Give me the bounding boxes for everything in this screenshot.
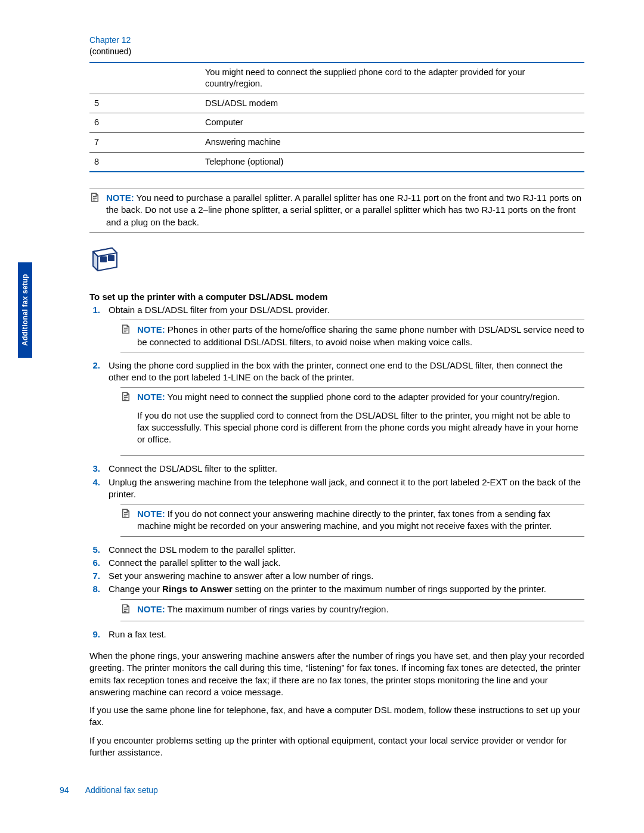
note-label: NOTE: — [137, 604, 165, 614]
svg-rect-1 — [109, 256, 114, 261]
step-text: Unplug the answering machine from the te… — [109, 476, 584, 501]
svg-rect-0 — [101, 257, 106, 262]
step-item: 1. Obtain a DSL/ADSL filter from your DS… — [89, 304, 584, 358]
table-row: 8Telephone (optional) — [89, 152, 584, 172]
step-number: 9. — [89, 628, 100, 640]
step-number: 5. — [89, 544, 100, 556]
table-cell-num: 6 — [89, 113, 200, 133]
table-cell-desc: Telephone (optional) — [200, 152, 584, 172]
step-number: 6. — [89, 557, 100, 569]
step-item: 9. Run a fax test. — [89, 628, 584, 640]
note-body: You might need to connect the supplied p… — [168, 392, 560, 402]
step-number: 3. — [89, 463, 100, 475]
note-icon — [120, 324, 131, 348]
table-cell-desc: Computer — [200, 113, 584, 133]
step-text: Obtain a DSL/ADSL filter from your DSL/A… — [109, 304, 584, 316]
step-number: 1. — [89, 304, 100, 358]
note-icon — [120, 603, 131, 617]
note-extra: If you do not use the supplied cord to c… — [137, 410, 584, 446]
note-body: If you do not connect your answering mac… — [137, 509, 552, 531]
step-number: 4. — [89, 476, 100, 543]
step-item: 5. Connect the DSL modem to the parallel… — [89, 544, 584, 556]
note-icon — [120, 508, 131, 532]
table-cell-desc: You might need to connect the supplied p… — [200, 63, 584, 94]
step-text: Connect the DSL modem to the parallel sp… — [109, 544, 584, 556]
note-label: NOTE: — [106, 193, 134, 203]
paragraph: If you use the same phone line for telep… — [89, 704, 584, 729]
note-icon — [120, 391, 131, 451]
note-label: NOTE: — [137, 324, 165, 335]
step-item: 2. Using the phone cord supplied in the … — [89, 360, 584, 462]
table-row: 7Answering machine — [89, 133, 584, 153]
step-text: Set your answering machine to answer aft… — [109, 570, 584, 582]
note-block: NOTE: You need to purchase a parallel sp… — [89, 188, 584, 233]
paragraph: If you encounter problems setting up the… — [89, 735, 584, 759]
step-text: Using the phone cord supplied in the box… — [109, 360, 584, 384]
step-text: Connect the DSL/ADSL filter to the split… — [109, 463, 584, 475]
page-number: 94 — [60, 785, 69, 795]
step-item: 6. Connect the parallel splitter to the … — [89, 557, 584, 569]
table-cell-num — [89, 63, 200, 94]
footer-title: Additional fax setup — [85, 785, 158, 795]
note-text: NOTE: You need to purchase a parallel sp… — [106, 192, 584, 228]
note-block: NOTE: You might need to connect the supp… — [120, 387, 584, 456]
step-number: 2. — [89, 360, 100, 462]
step-number: 7. — [89, 570, 100, 582]
note-label: NOTE: — [137, 509, 165, 519]
step-number: 8. — [89, 583, 100, 627]
note-block: NOTE: The maximum number of rings varies… — [120, 599, 584, 621]
step-item: 3. Connect the DSL/ADSL filter to the sp… — [89, 463, 584, 475]
step-item: 4. Unplug the answering machine from the… — [89, 476, 584, 543]
table-cell-num: 8 — [89, 152, 200, 172]
paragraph: When the phone rings, your answering mac… — [89, 650, 584, 698]
steps-list: 1. Obtain a DSL/ADSL filter from your DS… — [89, 304, 584, 640]
table-row: You might need to connect the supplied p… — [89, 63, 584, 94]
continued-label: (continued) — [89, 46, 584, 57]
table-cell-num: 5 — [89, 94, 200, 113]
note-body: Phones in other parts of the home/office… — [137, 324, 584, 346]
section-heading: To set up the printer with a computer DS… — [89, 291, 584, 303]
splitter-illustration — [89, 247, 584, 273]
table-cell-desc: DSL/ADSL modem — [200, 94, 584, 113]
note-icon — [89, 192, 100, 228]
note-block: NOTE: Phones in other parts of the home/… — [120, 320, 584, 352]
legend-table: You might need to connect the supplied p… — [89, 62, 584, 172]
table-cell-num: 7 — [89, 133, 200, 153]
table-row: 5DSL/ADSL modem — [89, 94, 584, 113]
step-text: Connect the parallel splitter to the wal… — [109, 557, 584, 569]
step-text: Run a fax test. — [109, 628, 584, 640]
step-item: 7. Set your answering machine to answer … — [89, 570, 584, 582]
step-text: Change your Rings to Answer setting on t… — [109, 583, 584, 595]
chapter-label: Chapter 12 — [89, 35, 584, 46]
note-body: You need to purchase a parallel splitter… — [106, 193, 581, 227]
note-block: NOTE: If you do not connect your answeri… — [120, 504, 584, 537]
page-footer: 94 Additional fax setup — [60, 785, 158, 796]
table-row: 6Computer — [89, 113, 584, 133]
side-tab: Additional fax setup — [18, 262, 32, 358]
table-cell-desc: Answering machine — [200, 133, 584, 153]
note-label: NOTE: — [137, 392, 165, 402]
step-item: 8. Change your Rings to Answer setting o… — [89, 583, 584, 627]
note-body: The maximum number of rings varies by co… — [168, 604, 389, 614]
